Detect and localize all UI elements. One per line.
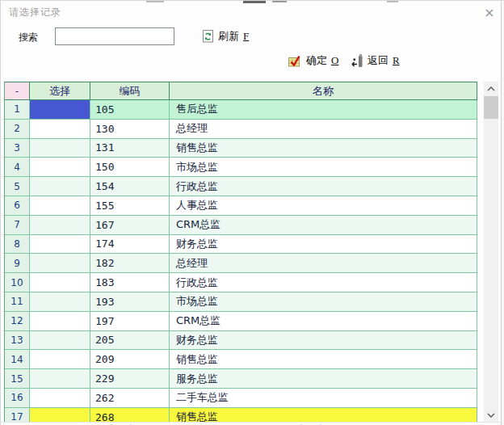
code-cell: 197 xyxy=(90,312,170,331)
code-cell: 205 xyxy=(90,331,170,351)
name-cell: 销售总监 xyxy=(170,408,477,422)
row-number-cell: 17 xyxy=(5,408,30,422)
table-row[interactable]: 3131销售总监 xyxy=(5,139,477,158)
name-cell: 行政总监 xyxy=(170,177,477,196)
table-row[interactable]: 1105售后总监 xyxy=(5,100,477,120)
table-row[interactable]: 2130总经理 xyxy=(5,120,477,139)
name-cell: CRM总监 xyxy=(170,312,477,331)
select-cell[interactable] xyxy=(30,177,90,196)
table-row[interactable]: 17268销售总监 xyxy=(5,408,477,422)
select-cell[interactable] xyxy=(30,196,90,216)
row-number-cell: 13 xyxy=(5,331,30,351)
code-cell: 131 xyxy=(90,139,170,158)
refresh-icon xyxy=(202,30,214,43)
name-cell: 总经理 xyxy=(170,120,477,139)
row-number-cell: 15 xyxy=(5,369,30,389)
refresh-button[interactable]: 刷新F xyxy=(202,28,249,44)
scroll-up-icon[interactable] xyxy=(484,82,498,95)
row-number-cell: 8 xyxy=(5,235,30,255)
name-cell: 财务总监 xyxy=(170,235,477,255)
table-row[interactable]: 4150市场总监 xyxy=(5,158,477,177)
column-header-name[interactable]: 名称 xyxy=(170,82,477,100)
row-number-cell: 12 xyxy=(5,312,30,331)
select-cell[interactable] xyxy=(30,120,90,139)
table-row[interactable]: 12197CRM总监 xyxy=(5,312,477,331)
back-label: 返回 xyxy=(368,53,388,68)
row-number-cell: 1 xyxy=(5,100,30,120)
row-number-cell: 3 xyxy=(5,139,30,158)
name-cell: 总经理 xyxy=(170,254,477,273)
select-cell[interactable] xyxy=(30,216,90,235)
table-row[interactable]: 10183行政总监 xyxy=(5,273,477,292)
table-row[interactable]: 13205财务总监 xyxy=(5,331,477,351)
select-cell[interactable] xyxy=(30,389,90,408)
background-window-fragment xyxy=(272,1,287,2)
row-number-cell: 16 xyxy=(5,389,30,408)
table-row[interactable]: 14209销售总监 xyxy=(5,350,477,369)
background-window-fragment xyxy=(387,1,398,2)
code-cell: 105 xyxy=(90,100,170,120)
row-number-cell: 4 xyxy=(5,158,30,177)
code-cell: 268 xyxy=(90,408,170,422)
refresh-label: 刷新 xyxy=(218,29,239,44)
dialog-title: 请选择记录 xyxy=(9,6,61,19)
code-cell: 150 xyxy=(90,158,170,177)
table-row[interactable]: 5154行政总监 xyxy=(5,177,477,196)
name-cell: 服务总监 xyxy=(170,369,477,389)
select-cell[interactable] xyxy=(30,369,90,389)
record-table: - 选择 编码 名称 1105售后总监2130总经理3131销售总监4150市场… xyxy=(4,82,477,422)
vertical-scrollbar[interactable] xyxy=(484,82,498,422)
select-cell[interactable] xyxy=(30,273,90,292)
row-number-cell: 10 xyxy=(5,273,30,292)
select-cell[interactable] xyxy=(30,235,90,255)
search-input[interactable] xyxy=(55,27,174,45)
name-cell: 人事总监 xyxy=(170,196,477,216)
name-cell: 市场总监 xyxy=(170,158,477,177)
table-row[interactable]: 9182总经理 xyxy=(5,254,477,273)
scroll-down-icon[interactable] xyxy=(484,408,498,422)
ok-check-icon xyxy=(288,54,302,67)
back-button[interactable]: 返回 R xyxy=(351,53,400,69)
table-row[interactable]: 8174财务总监 xyxy=(5,235,477,255)
background-window-bottom: 上级岗位 上级岗位名称 xyxy=(1,422,501,425)
ok-button[interactable]: 确定 O xyxy=(288,53,338,69)
ok-shortcut: O xyxy=(331,54,338,67)
table-row[interactable]: 6155人事总监 xyxy=(5,196,477,216)
name-cell: 财务总监 xyxy=(170,331,477,351)
select-cell[interactable] xyxy=(30,408,90,422)
row-number-cell: 14 xyxy=(5,350,30,369)
code-cell: 229 xyxy=(90,369,170,389)
column-header-select[interactable]: 选择 xyxy=(30,82,90,100)
background-window-fragment xyxy=(146,1,164,2)
select-cell[interactable] xyxy=(30,331,90,351)
select-cell[interactable] xyxy=(30,350,90,369)
row-number-cell: 5 xyxy=(5,177,30,196)
name-cell: 二手车总监 xyxy=(170,389,477,408)
select-cell[interactable] xyxy=(30,158,90,177)
table-row[interactable]: 11193市场总监 xyxy=(5,292,477,312)
scrollbar-thumb[interactable] xyxy=(484,96,498,119)
name-cell: 市场总监 xyxy=(170,292,477,312)
select-cell[interactable] xyxy=(30,100,90,120)
close-icon[interactable]: × xyxy=(481,3,498,21)
code-cell: 130 xyxy=(90,120,170,139)
column-header-index[interactable]: - xyxy=(5,82,30,100)
name-cell: 销售总监 xyxy=(170,350,477,369)
row-number-cell: 6 xyxy=(5,196,30,216)
column-header-code[interactable]: 编码 xyxy=(90,82,170,100)
ok-label: 确定 xyxy=(306,53,327,68)
name-cell: CRM总监 xyxy=(170,216,477,235)
code-cell: 183 xyxy=(90,273,170,292)
select-cell[interactable] xyxy=(30,139,90,158)
code-cell: 182 xyxy=(90,254,170,273)
name-cell: 销售总监 xyxy=(170,139,477,158)
select-cell[interactable] xyxy=(30,254,90,273)
table-row[interactable]: 7167CRM总监 xyxy=(5,216,477,235)
select-cell[interactable] xyxy=(30,292,90,312)
table-row[interactable]: 15229服务总监 xyxy=(5,369,477,389)
table-row[interactable]: 16262二手车总监 xyxy=(5,389,477,408)
refresh-shortcut: F xyxy=(243,30,249,43)
code-cell: 262 xyxy=(90,389,170,408)
code-cell: 167 xyxy=(90,216,170,235)
select-cell[interactable] xyxy=(30,312,90,331)
